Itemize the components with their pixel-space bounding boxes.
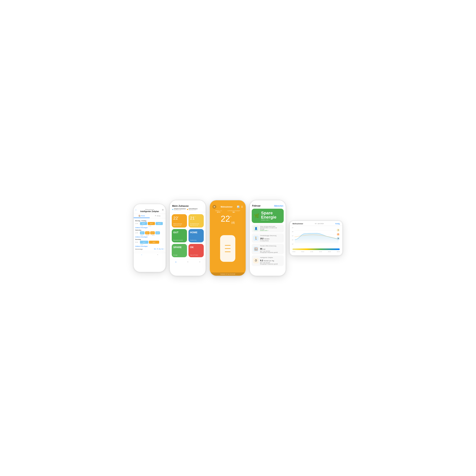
card-sublabel-home: Geofencing (190, 239, 202, 241)
phone-thermostat: ✕ Wohnzimmer 📊 ☰ INNEN (°C) 22°C LUFTFEU… (209, 200, 246, 276)
badge-dot (172, 209, 173, 210)
card-ok[interactable]: OK Care & Protect (188, 244, 204, 257)
color-bar (292, 249, 340, 250)
indoor-temp-label: INNEN (°C) 22°C (215, 210, 222, 213)
x-label: 12:00 (310, 251, 313, 252)
add-timeblock-weekday[interactable]: Zeitblock Hinzufügen (135, 227, 164, 228)
device-line (225, 248, 231, 249)
energy-item-away[interactable]: 🚶 Ortsabhängige Steuerung 252 Stunden im… (252, 233, 284, 243)
schedule-row-sunday: 00:00 13.0° 19.0° (135, 241, 164, 244)
cancel-button[interactable]: Abbrechen (274, 205, 283, 207)
device-lines (225, 244, 231, 253)
time-block[interactable]: 19.0° (150, 231, 155, 234)
footer-menu-icon[interactable]: ≡ (187, 260, 188, 263)
footer-settings-icon[interactable]: ≡ (199, 260, 200, 263)
y-label: 16° (290, 243, 294, 245)
energy-item-schedule[interactable]: ⏱ Intelligenter Zeitplan 9.2 Stunden pro… (252, 255, 284, 266)
card-gut[interactable]: GUT Raumluft-Komfort (172, 229, 187, 242)
chart-date: 07. Juli 2018 (315, 223, 323, 224)
chart-room: Wohnzimmer (292, 223, 303, 225)
phone-home: Mein Zuhause Zeitplan festsetzen Aktiv b… (170, 200, 206, 276)
time-block[interactable]: 19.0° (145, 231, 150, 234)
card-label-ok: OK (190, 246, 202, 249)
footer-home-icon[interactable]: ⌂ (175, 260, 176, 263)
badge-dot-orange (187, 209, 188, 210)
y-label: 32° (290, 227, 294, 228)
card-sublabel-spare: Energie (173, 254, 186, 256)
hero-icon: 🌿 (254, 213, 259, 218)
big-temperature[interactable]: 22°(4) (210, 215, 246, 224)
tab-away[interactable]: ✈ Away (150, 214, 166, 218)
hero-link[interactable]: Erfahre mehr > (261, 219, 276, 221)
list-icon[interactable]: ☰ (241, 206, 243, 208)
tab-home[interactable]: 🏠 Home (134, 214, 150, 218)
chart-header: Wohnzimmer 07. Juli 2018 Fertig (290, 221, 342, 226)
phones-container: ‹ Wohnzimmer Intelligenter Zeitplan ⚙ 🏠 … (133, 200, 343, 276)
weekdays-value[interactable]: Mo - Fr, Sa, So > (154, 248, 164, 250)
time-block[interactable]: 13.0° (155, 222, 163, 225)
device-footer: Geändert: 07 um 03:20 AM (210, 272, 246, 276)
room-label: Wohnzimmer (136, 209, 164, 210)
footer-home[interactable]: ⌂ (141, 254, 142, 255)
header-icons: 📊 ☰ (237, 206, 243, 208)
settings-icon[interactable]: ⚙ (162, 209, 164, 211)
weekdays-label: Wochentage (135, 249, 143, 250)
energy-item-window[interactable]: 🪟 Fenster-Offen-Erkennung 85 mal lab™ wa… (252, 244, 284, 254)
phone1-footer: ⌂ ≡ (134, 253, 166, 257)
sensor-labels: INNEN (°C) 22°C LUFTFEUCHTIGKEIT 56+ (210, 210, 246, 213)
section-sunday: Sonntag (135, 238, 164, 240)
card-wohnzimmer[interactable]: 22° Wohnzimmer Aktiv bis 21:51 (172, 214, 187, 227)
badge-schedule: Zeitplan festsetzen Aktiv bis 22:51 (172, 208, 186, 211)
schedule-content: Montag - Freitag 12:00 16.0° 18.0° 13.0°… (134, 218, 166, 252)
x-label: 08:00 (301, 251, 304, 252)
chart-icon[interactable]: 📊 (237, 206, 239, 208)
card-sublabel-gut: Raumluft-Komfort (173, 239, 186, 241)
auto-link[interactable]: Erfahre mehr > (260, 230, 277, 231)
card-schlafzimmer[interactable]: 21° Schlafzimmer Aktiv bis 21:51 (188, 214, 204, 227)
phone3-screen: ✕ Wohnzimmer 📊 ☰ INNEN (°C) 22°C LUFTFEU… (210, 200, 246, 276)
time-block[interactable]: 16.0° (140, 231, 145, 234)
y-axis: 32° 28° 24° 20° 16° (290, 227, 294, 245)
schedule-row-weekday: 12:00 16.0° 18.0° 13.0° (135, 222, 164, 225)
time-block[interactable]: 19.0° (149, 241, 159, 244)
card-spare[interactable]: SPARE Energie (172, 244, 187, 257)
energy-item-auto[interactable]: 👤 Nutze mit Auto-Assist spare durchschni… (252, 224, 284, 233)
time-block[interactable]: 18.0° (148, 222, 155, 225)
card-temp-2: 21° (190, 216, 202, 220)
phone-notch-3 (220, 200, 235, 204)
time-block[interactable]: 13.0° (155, 231, 160, 234)
add-timeblock-sunday[interactable]: Zeitblock Hinzufügen (135, 246, 164, 247)
device-line (225, 245, 231, 246)
chart-area: 32° 28° 24° 20° 16° (290, 226, 342, 249)
card-label-spare: SPARE (173, 246, 186, 249)
cool-icon: ❄ (337, 237, 340, 240)
card-room-label: Wohnzimmer (173, 223, 186, 225)
away-text: Ortsabhängige Steuerung 252 Stunden im A… (260, 235, 276, 241)
time-block[interactable]: 13.0° (140, 241, 148, 244)
phone-notch (142, 204, 157, 207)
y-label: 20° (290, 239, 294, 240)
close-button[interactable]: ✕ (212, 205, 216, 209)
mode-tabs: 🏠 Home ✈ Away (134, 214, 166, 218)
schedule-row-saturday: 12:00 16.0° 19.0° 19.0° 13.0° (135, 231, 164, 234)
auto-icon: 👤 (253, 226, 258, 231)
auto-text: Nutze mit Auto-Assist spare durchschnitt… (260, 226, 277, 231)
phone2-screen: Mein Zuhause Zeitplan festsetzen Aktiv b… (170, 200, 206, 276)
done-button[interactable]: Fertig (335, 223, 340, 225)
hero-card: 🌿 SpareEnergie Erfahre mehr > (252, 209, 284, 223)
home-title: Mein Zuhause (172, 204, 203, 207)
time-block[interactable]: 16.0° (140, 222, 147, 225)
page-title: Intelligenter Zeitplan (136, 210, 164, 212)
back-button[interactable]: ‹ (136, 209, 136, 211)
chart-svg (295, 226, 339, 243)
heat-icon: 🔥 (337, 233, 340, 236)
footer-menu[interactable]: ≡ (157, 254, 158, 255)
phone-schedule: ‹ Wohnzimmer Intelligenter Zeitplan ⚙ 🏠 … (133, 204, 166, 272)
tablet-chart: Wohnzimmer 07. Juli 2018 Fertig 32° 28° … (289, 221, 343, 256)
card-home[interactable]: HOME Geofencing (188, 229, 204, 242)
home-grid: 22° Wohnzimmer Aktiv bis 21:51 21° Schla… (170, 212, 206, 259)
section-saturday: Saturday (135, 229, 164, 231)
card-label-gut: GUT (173, 231, 186, 234)
card-label-home: HOME (190, 231, 202, 234)
add-timeblock-saturday[interactable]: Zeitblock Hinzufügen (135, 236, 164, 238)
